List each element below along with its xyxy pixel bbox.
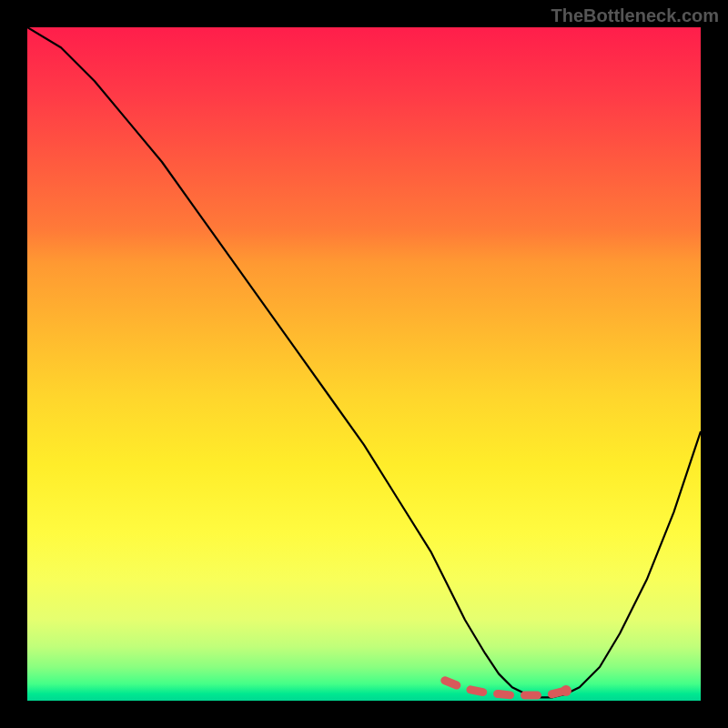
watermark-text: TheBottleneck.com <box>551 5 719 26</box>
optimal-band-marker <box>445 681 566 695</box>
chart-area <box>27 27 701 701</box>
optimal-end-dot <box>561 685 571 696</box>
chart-svg <box>27 27 701 701</box>
bottleneck-curve <box>27 27 701 697</box>
